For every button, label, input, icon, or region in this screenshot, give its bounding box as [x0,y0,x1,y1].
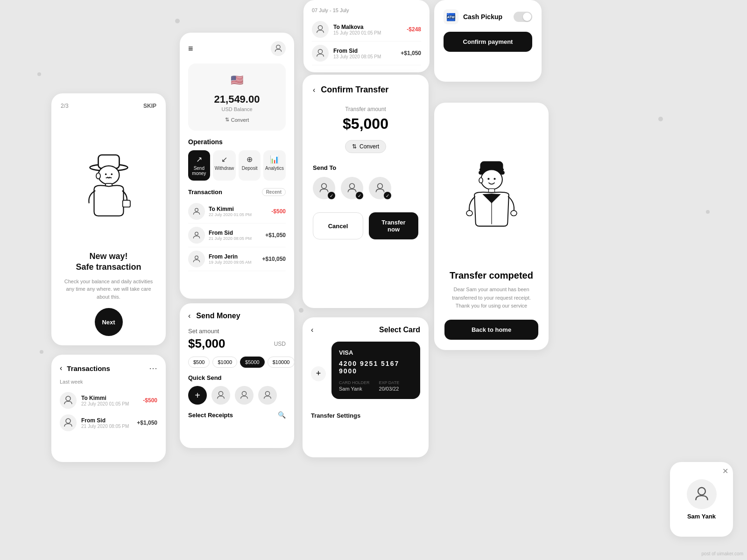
transaction-date: 19 July 2020 09:05 AM [209,260,259,265]
chip-10000[interactable]: $10000 [268,357,294,368]
transfer-settings-label: Transfer Settings [311,412,420,419]
transfer-completed-card: Transfer competed Dear Sam your amount h… [434,103,549,350]
dashboard-transaction-row: To Kimmi 22 July 2020 01:05 PM -$500 [188,200,286,224]
select-card-back-button[interactable]: ‹ [311,326,313,334]
svg-point-12 [195,232,198,235]
svg-point-32 [510,210,516,216]
date-range-label: 07 July - 15 July [312,7,421,13]
contact-avatar[interactable] [211,386,230,405]
transaction-date: 21 July 2020 08:05 PM [209,236,261,241]
profile-avatar [687,479,717,509]
currency-flag: 🇺🇸 [228,71,247,90]
history-info: To Malkova 15 July 2020 01:05 PM [333,24,402,35]
close-profile-button[interactable]: ✕ [722,467,728,476]
send-money-card: ‹ Send Money Set amount $5,000 USD $500 … [180,303,294,448]
send-money-title: Send Money [196,312,240,320]
quick-send-row: + [188,386,286,405]
svg-point-17 [318,26,322,30]
transfer-amount-label: Transfer amount [313,106,418,112]
send-money-back-button[interactable]: ‹ [188,312,190,320]
amount-value: $5,000 [188,336,226,351]
back-to-home-button[interactable]: Back to home [444,320,538,340]
convert-button[interactable]: ⇅ Convert [225,117,249,123]
onboarding-description: Check your balance and daily activities … [61,278,156,301]
transaction-name: From Sid [209,230,261,236]
deposit-op-button[interactable]: ⊕ Deposit [239,150,261,181]
person-illustration [74,138,144,222]
history-row: From Sid 13 July 2020 08:05 PM +$1,050 [312,42,421,65]
onboarding-illustration [61,109,156,251]
svg-point-10 [276,45,280,49]
cash-pickup-card: 🏧 Cash Pickup Confirm payment [434,0,542,82]
recent-badge[interactable]: Recent [262,188,286,196]
history-amount: -$248 [407,26,421,33]
cash-pickup-toggle[interactable] [514,12,532,22]
svg-point-20 [350,183,355,189]
history-date: 15 July 2020 01:05 PM [333,30,402,35]
transactions-back-button[interactable]: ‹ [60,364,62,372]
svg-point-5 [96,173,100,179]
add-contact-button[interactable]: + [188,386,207,405]
transaction-info: From Jerin 19 July 2020 09:05 AM [209,253,259,265]
dashboard-transaction-row: From Sid 21 July 2020 08:05 PM +$1,050 [188,224,286,247]
history-amount: +$1,050 [401,50,421,56]
svg-point-25 [481,169,502,189]
currency-selector[interactable]: USD [274,341,286,347]
transaction-info: To Kimmi 22 July 2020 01:05 PM [81,395,138,406]
contact-avatar[interactable] [235,386,254,405]
profile-avatar-small[interactable] [271,41,286,56]
transfer-completed-description: Dear Sam your amount has been transferre… [444,286,538,310]
confirm-payment-button[interactable]: Confirm payment [444,32,532,52]
transaction-row: To Kimmi 22 July 2020 01:05 PM -$500 [60,389,157,412]
convert-pill-button[interactable]: ⇅ Convert [345,140,386,153]
transaction-info: From Sid 21 July 2020 08:05 PM [209,230,261,241]
history-card: 07 July - 15 July To Malkova 15 July 202… [303,0,430,72]
svg-point-18 [318,49,322,54]
withdraw-op-button[interactable]: ↙ Withdraw [213,150,236,181]
skip-button[interactable]: SKIP [143,103,156,109]
visa-card[interactable]: VISA 4200 9251 5167 9000 CARD HOLDER Sam… [331,342,420,399]
user-profile-card: ✕ Sam Yank [670,462,733,537]
dashboard-transaction-row: From Jerin 19 July 2020 09:05 AM +$10,05… [188,247,286,271]
quick-send-title: Quick Send [188,374,286,381]
send-to-avatar[interactable]: ✓ [341,177,363,199]
add-card-button[interactable]: + [311,366,326,381]
watermark: post of uimaker.com [702,551,743,556]
transaction-amount: -$500 [271,208,286,215]
operations-grid: ↗ Send money ↙ Withdraw ⊕ Deposit 📊 Anal… [188,150,286,181]
amount-display: $5,000 USD [188,336,286,351]
svg-point-15 [242,392,246,396]
analytics-op-button[interactable]: 📊 Analytics [263,150,286,181]
transaction-date: 22 July 2020 01:05 PM [81,401,138,406]
chip-5000[interactable]: $5000 [240,357,265,368]
transaction-name: To Kimmi [209,206,268,212]
transaction-amount: +$1,050 [265,232,286,238]
cancel-button[interactable]: Cancel [313,212,363,239]
send-to-avatar[interactable]: ✓ [369,177,391,199]
next-button[interactable]: Next [95,308,123,336]
send-to-avatar[interactable]: ✓ [313,177,335,199]
svg-point-16 [265,392,269,396]
svg-point-19 [322,183,327,189]
transaction-date: 22 July 2020 01:05 PM [209,212,268,217]
hamburger-menu-icon[interactable]: ≡ [188,44,193,54]
transfer-now-button[interactable]: Transfer now [369,212,418,239]
transactions-more-button[interactable]: ⋯ [149,363,157,373]
confirm-transfer-back-button[interactable]: ‹ [313,86,315,94]
search-icon[interactable]: 🔍 [278,411,286,419]
svg-rect-7 [122,200,130,207]
transaction-date: 21 July 2020 08:05 PM [81,424,132,429]
send-money-op-button[interactable]: ↗ Send money [188,150,210,181]
cash-pickup-title: Cash Pickup [463,13,502,21]
contact-avatar[interactable] [258,386,277,405]
chip-1000[interactable]: $1000 [212,357,237,368]
transaction-section-title: Transaction [188,189,222,196]
svg-point-9 [66,419,70,423]
onboarding-text-block: New way! Safe transaction Check your bal… [61,251,156,301]
transaction-amount: +$10,050 [262,256,286,262]
send-to-label: Send To [313,164,418,171]
svg-point-2 [98,166,119,184]
chip-500[interactable]: $500 [188,357,210,368]
transaction-row: From Sid 21 July 2020 08:05 PM +$1,050 [60,412,157,434]
exp-date-value: 20/03/22 [379,386,400,392]
